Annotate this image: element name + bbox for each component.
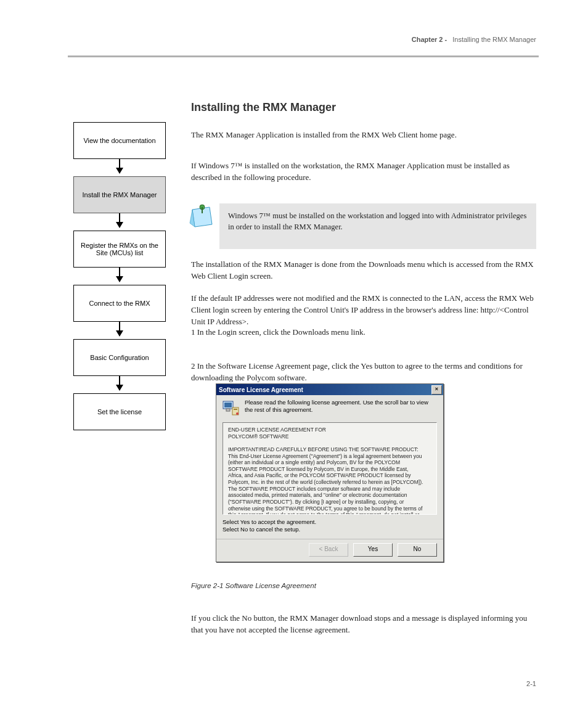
flow-step-connect: Connect to the RMX	[73, 285, 166, 322]
page-root: Chapter 2 - Installing the RMX Manager I…	[0, 0, 588, 712]
flow-step-register: Register the RMXs on the Site (MCUs) lis…	[73, 231, 166, 268]
chapter-indicator: Chapter 2 - Installing the RMX Manager	[412, 36, 536, 43]
intro-paragraph-1: The RMX Manager Application is installed…	[191, 129, 536, 141]
flow-step-documentation: View the documentation	[73, 122, 166, 159]
note-text: Windows 7™ must be installed on the work…	[219, 203, 536, 249]
svg-point-9	[236, 412, 239, 415]
no-button[interactable]: No	[398, 543, 437, 557]
dialog-title: Software License Agreement	[219, 387, 303, 393]
install-flowchart: View the documentation Install the RMX M…	[70, 122, 169, 430]
page-number: 2-1	[526, 680, 536, 687]
svg-rect-8	[234, 409, 237, 410]
body-paragraph-4: If the default IP addresses were not mod…	[191, 293, 536, 328]
installer-icon	[221, 399, 240, 417]
step-1: 1 In the Login screen, click the Downloa…	[191, 327, 536, 338]
chapter-prefix: Chapter 2 -	[412, 36, 447, 43]
license-text: END-USER LICENSE AGREEMENT FOR POLYCOM® …	[228, 427, 424, 515]
flow-step-install-rmx-manager: Install the RMX Manager	[73, 176, 166, 213]
note-callout: Windows 7™ must be installed on the work…	[189, 203, 536, 249]
dialog-titlebar: Software License Agreement ×	[216, 384, 443, 395]
dialog-instruction: Please read the following license agreem…	[245, 399, 437, 414]
svg-rect-3	[202, 207, 203, 213]
body-paragraph-after-dialog: If you click the No button, the RMX Mana…	[191, 613, 536, 636]
section-heading: Installing the RMX Manager	[191, 101, 336, 114]
back-button: < Back	[309, 543, 348, 557]
license-agreement-dialog: Software License Agreement × Please read…	[216, 383, 444, 562]
license-text-pane[interactable]: END-USER LICENSE AGREEMENT FOR POLYCOM® …	[223, 422, 437, 515]
header-rule	[68, 55, 539, 57]
close-icon[interactable]: ×	[431, 385, 442, 395]
dialog-header-row: Please read the following license agreem…	[216, 395, 443, 422]
flow-step-basic-config: Basic Configuration	[73, 339, 166, 376]
flow-step-set-license: Set the license	[73, 393, 166, 430]
svg-rect-5	[224, 403, 232, 407]
dialog-select-note: Select Yes to accept the agreement. Sele…	[223, 518, 437, 534]
yes-button[interactable]: Yes	[353, 543, 393, 557]
dialog-button-row: < Back Yes No	[216, 539, 443, 562]
note-pin-icon	[189, 203, 214, 229]
svg-rect-6	[226, 409, 230, 411]
intro-paragraph-2: If Windows 7™ is installed on the workst…	[191, 160, 536, 184]
body-paragraph-3: The installation of the RMX Manager is d…	[191, 259, 536, 282]
chapter-name: Installing the RMX Manager	[452, 36, 536, 43]
dialog-figure-caption: Figure 2-1 Software License Agreement	[191, 582, 316, 589]
step-2: 2 In the Software License Agreement page…	[191, 361, 536, 384]
